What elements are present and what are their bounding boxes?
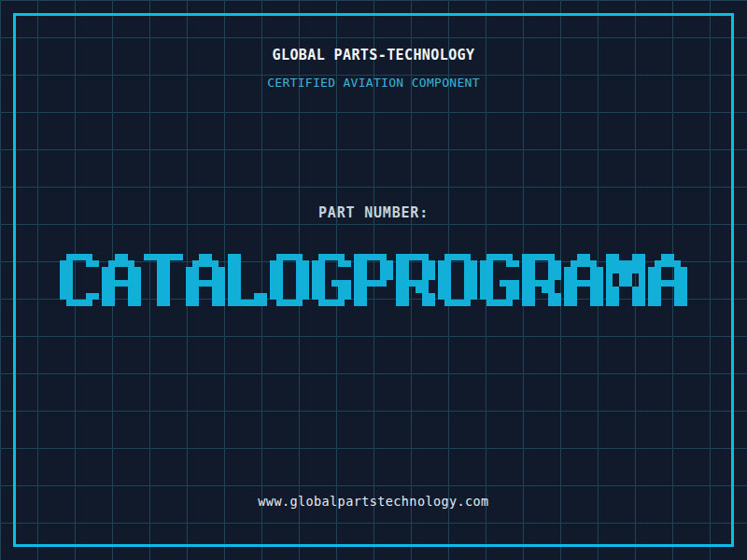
certification-label: CERTIFIED AVIATION COMPONENT [0, 76, 747, 90]
website-url: www.globalpartstechnology.com [0, 494, 747, 509]
part-number-display [0, 254, 747, 306]
blueprint-placard: GLOBAL PARTS-TECHNOLOGY CERTIFIED AVIATI… [0, 0, 747, 560]
part-number-label: PART NUMBER: [0, 204, 747, 221]
part-number-pixel-text [60, 254, 687, 306]
company-name: GLOBAL PARTS-TECHNOLOGY [0, 47, 747, 63]
